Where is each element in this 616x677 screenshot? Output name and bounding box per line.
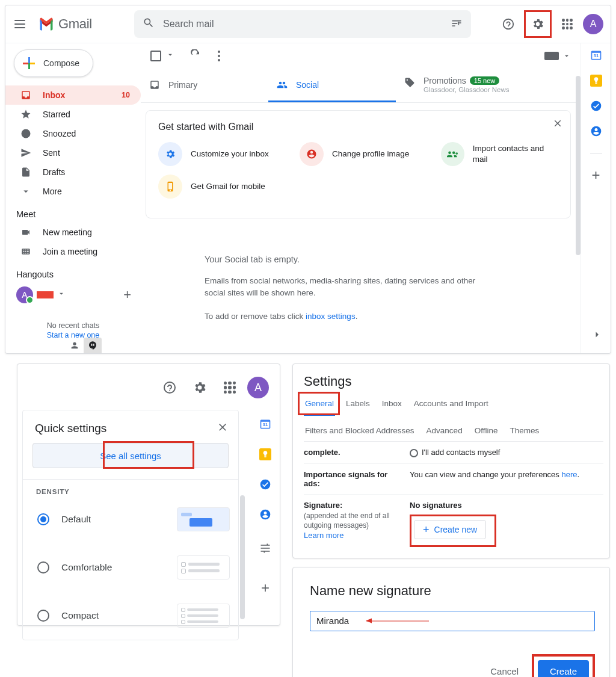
radio-icon (37, 561, 49, 573)
create-new-signature-button[interactable]: + Create new (414, 520, 486, 539)
sidebar-item-snoozed[interactable]: Snoozed (5, 124, 141, 143)
scrollbar-thumb[interactable] (240, 495, 245, 619)
svg-text:31: 31 (263, 422, 268, 427)
hangouts-tab-icon[interactable] (84, 338, 102, 353)
tab-filters[interactable]: Filters and Blocked Addresses (304, 422, 416, 441)
gs-label: Get Gmail for mobile (191, 181, 265, 192)
contacts-icon[interactable] (259, 509, 271, 521)
settings-gear-icon[interactable] (187, 375, 212, 400)
sidebar-item-inbox[interactable]: Inbox 10 (5, 85, 141, 105)
get-started-title: Get started with Gmail (158, 122, 558, 132)
tab-advanced[interactable]: Advanced (425, 422, 464, 441)
meet-section-title: Meet (5, 201, 141, 223)
no-signatures-text: No signatures (410, 501, 496, 510)
google-apps-icon[interactable] (555, 12, 579, 36)
tab-accounts[interactable]: Accounts and Import (413, 395, 490, 415)
keep-icon[interactable] (259, 448, 271, 460)
autocomplete-option[interactable]: I'll add contacts myself (410, 448, 500, 457)
google-apps-icon[interactable] (217, 375, 242, 400)
support-icon[interactable] (157, 375, 182, 400)
promotions-badge: 15 new (470, 76, 499, 85)
sidebar-item-starred[interactable]: Starred (5, 105, 141, 124)
meet-label: New meeting (43, 227, 92, 237)
tab-labels[interactable]: Labels (345, 395, 371, 415)
cancel-button[interactable]: Cancel (482, 661, 527, 677)
meet-join-meeting[interactable]: Join a meeting (5, 242, 141, 261)
tab-promotions[interactable]: Promotions 15 new Glassdoor, Glassdoor N… (396, 69, 552, 102)
hangouts-avatar[interactable]: A (16, 286, 33, 303)
learn-more-link[interactable]: Learn more (304, 531, 399, 540)
density-option-default[interactable]: Default (36, 495, 238, 543)
inbox-settings-link[interactable]: inbox settings (306, 312, 356, 321)
refresh-icon[interactable] (179, 49, 201, 63)
sidebar-label: More (43, 187, 62, 196)
sidebar-item-more[interactable]: More (5, 182, 141, 201)
tasks-icon[interactable] (590, 100, 602, 112)
main-menu-button[interactable] (13, 17, 27, 31)
scrollbar-thumb[interactable] (576, 76, 581, 255)
calendar-icon[interactable]: 31 (590, 49, 602, 61)
signature-name-input[interactable] (310, 611, 595, 631)
import-contacts-item[interactable]: Import contacts and mail (441, 142, 558, 166)
gs-label: Customize your inbox (191, 149, 269, 159)
tab-themes[interactable]: Themes (508, 422, 540, 441)
account-avatar[interactable]: A (583, 14, 603, 34)
sidebar-label: Snoozed (43, 129, 76, 138)
create-button[interactable]: Create (538, 660, 589, 677)
settings-gear-icon[interactable] (524, 10, 552, 38)
tab-offline[interactable]: Offline (473, 422, 499, 441)
add-on-plus-icon[interactable]: + (591, 167, 600, 184)
add-on-plus-icon[interactable]: + (261, 580, 270, 596)
inbox-count: 10 (122, 91, 130, 99)
collapse-panel-icon[interactable] (591, 329, 602, 342)
tab-social[interactable]: Social (268, 69, 396, 102)
radio-icon (37, 513, 49, 525)
tasks-icon[interactable] (259, 478, 271, 490)
file-icon (20, 167, 32, 178)
gmail-logo[interactable]: Gmail (38, 16, 92, 32)
density-option-comfortable[interactable]: Comfortable (36, 543, 238, 592)
more-menu-icon[interactable] (218, 51, 220, 61)
here-link[interactable]: here (561, 470, 577, 479)
support-icon[interactable] (496, 12, 520, 36)
contacts-icon[interactable] (590, 125, 602, 137)
star-icon (20, 109, 32, 120)
sidebar-item-drafts[interactable]: Drafts (5, 162, 141, 182)
sidebar-label: Inbox (43, 90, 65, 100)
select-dropdown-icon[interactable] (166, 51, 174, 61)
density-option-compact[interactable]: Compact (36, 592, 238, 640)
meet-new-meeting[interactable]: New meeting (5, 223, 141, 242)
get-started-card: Get started with Gmail Customize your in… (146, 110, 571, 218)
select-all-checkbox[interactable] (150, 51, 161, 61)
people-icon (277, 79, 288, 90)
density-thumbnail (177, 555, 230, 580)
tab-primary[interactable]: Primary (141, 69, 268, 102)
sidebar-item-sent[interactable]: Sent (5, 143, 141, 162)
video-icon (20, 227, 32, 237)
keep-icon[interactable] (590, 75, 602, 87)
tune-icon[interactable] (259, 542, 271, 554)
settings-title: Settings (304, 374, 603, 389)
hangouts-new-chat[interactable]: + (123, 287, 131, 303)
tab-inbox[interactable]: Inbox (381, 395, 403, 415)
compose-button[interactable]: Compose (14, 49, 93, 77)
hangouts-status (37, 291, 54, 298)
search-bar[interactable]: Search mail (134, 10, 471, 38)
close-icon[interactable] (552, 118, 563, 131)
input-method-icon[interactable] (544, 52, 571, 60)
highlight-box: Create (532, 654, 595, 677)
search-options-icon[interactable] (451, 17, 463, 31)
see-all-settings-button[interactable]: See all settings (32, 443, 229, 468)
tab-general[interactable]: General (304, 395, 335, 416)
empty-text-2: To add or remove tabs click inbox settin… (205, 311, 478, 323)
change-profile-item[interactable]: Change profile image (300, 142, 417, 166)
chevron-down-icon[interactable] (57, 289, 66, 300)
customize-inbox-item[interactable]: Customize your inbox (158, 142, 276, 166)
get-gmail-mobile-item[interactable]: Get Gmail for mobile (158, 175, 276, 199)
close-icon[interactable] (217, 421, 229, 436)
search-placeholder: Search mail (163, 19, 442, 29)
account-avatar[interactable]: A (247, 377, 269, 398)
tab-label: Primary (168, 80, 197, 90)
contacts-tab-icon[interactable] (66, 338, 84, 353)
calendar-icon[interactable]: 31 (259, 418, 271, 430)
